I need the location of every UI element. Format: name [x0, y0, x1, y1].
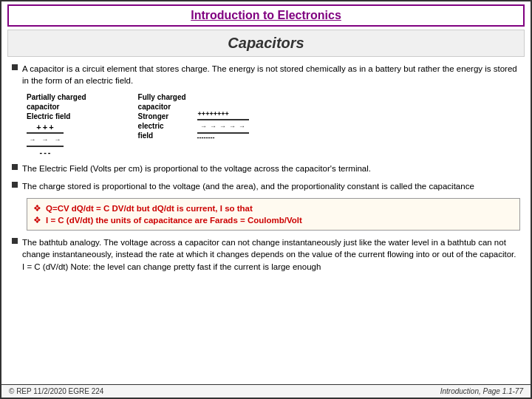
bullet-square-4: [12, 238, 18, 244]
footer-page: Introduction, Page 1.1-77: [440, 387, 523, 395]
formula-text-1: Q=CV dQ/dt = C DV/dt but dQ/dt is curren…: [46, 204, 253, 213]
title-bar: Introduction to Electronics: [7, 4, 525, 27]
page-wrapper: Introduction to Electronics Capacitors A…: [0, 0, 532, 399]
formula-text-2: I = C (dV/dt) the units of capacitance a…: [46, 216, 302, 225]
bullet-text-1: A capacitor is a circuit element that st…: [22, 63, 520, 86]
page-title: Introduction to Electronics: [191, 9, 341, 21]
partial-cap-visual: +++ → → → ---: [27, 123, 64, 157]
bullet-1: A capacitor is a circuit element that st…: [12, 63, 520, 86]
formula-section: ❖ Q=CV dQ/dt = C DV/dt but dQ/dt is curr…: [27, 198, 520, 231]
partial-field-arrows: → → →: [30, 136, 61, 143]
full-top-plate: [197, 119, 249, 120]
partial-plus-row: +++: [36, 123, 53, 132]
partial-minus-row: ---: [39, 148, 50, 157]
section-title: Capacitors: [7, 30, 525, 57]
footer-copyright: © REP 11/2/2020 EGRE 224: [9, 387, 103, 395]
content-area: A capacitor is a circuit element that st…: [1, 58, 531, 384]
partial-top-plate: [27, 132, 64, 134]
diamond-icon-2: ❖: [33, 215, 41, 225]
bullet-text-4: The bathtub analogy. The voltage across …: [22, 236, 520, 272]
partial-bottom-plate: [27, 146, 64, 147]
bullet-square-2: [12, 164, 18, 170]
bullet-square-3: [12, 182, 18, 188]
footer: © REP 11/2/2020 EGRE 224 Introduction, P…: [1, 384, 531, 398]
bullet-text-3: The charge stored is proportional to the…: [22, 180, 474, 192]
bullet-4: The bathtub analogy. The voltage across …: [12, 236, 520, 272]
bullet-2: The Electric Field (Volts per cm) is pro…: [12, 163, 520, 174]
partial-cap-section: Partially charged capacitor Electric fie…: [27, 92, 86, 157]
full-plus-row: ++++++++: [198, 111, 248, 118]
capacitor-diagrams: Partially charged capacitor Electric fie…: [27, 92, 520, 157]
formula-line-1: ❖ Q=CV dQ/dt = C DV/dt but dQ/dt is curr…: [33, 203, 514, 214]
full-minus-row: --------: [197, 134, 249, 142]
bullet-square-1: [12, 64, 18, 70]
full-cap-label: Fully charged capacitor Stronger electri…: [138, 92, 186, 140]
full-field-arrows: → → → → →: [200, 123, 245, 130]
diamond-icon-1: ❖: [33, 203, 41, 214]
full-cap-section: Fully charged capacitor Stronger electri…: [138, 92, 249, 142]
partial-cap-label: Partially charged capacitor Electric fie…: [27, 92, 86, 121]
bullet-text-2: The Electric Field (Volts per cm) is pro…: [22, 163, 371, 174]
full-cap-visual: ++++++++ → → → → → --------: [197, 111, 249, 142]
formula-line-2: ❖ I = C (dV/dt) the units of capacitance…: [33, 215, 514, 225]
bullet-3: The charge stored is proportional to the…: [12, 180, 520, 192]
section-heading: Capacitors: [228, 35, 304, 51]
